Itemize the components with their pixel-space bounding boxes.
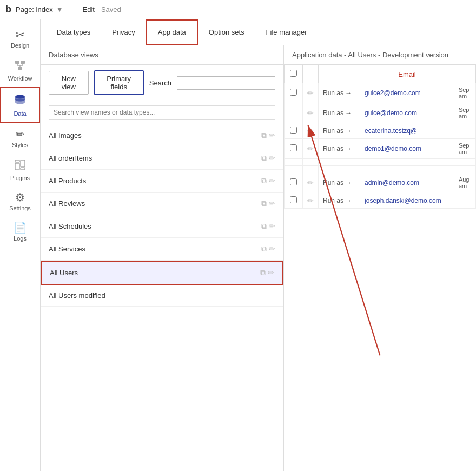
row-edit-icon[interactable]	[303, 166, 319, 173]
main-content: Data types Privacy App data Option sets …	[41, 19, 476, 471]
view-item-name: All Images	[49, 131, 82, 140]
page-dropdown-arrow[interactable]: ▼	[56, 5, 63, 14]
row-date: Augam	[454, 173, 475, 193]
sidebar-item-label-design: Design	[11, 42, 29, 49]
table-row: ✏ Run as → gulce2@demo.com Sepam	[285, 83, 476, 103]
view-item-all-services[interactable]: All Services ⧉ ✏	[41, 238, 283, 261]
header-date	[454, 65, 475, 83]
edit-icon[interactable]: ✏	[269, 244, 275, 254]
view-item-name: All Users	[50, 269, 78, 277]
sidebar-item-label-logs: Logs	[14, 235, 27, 242]
sidebar-item-design[interactable]: ✂ Design	[0, 24, 40, 54]
view-item-all-products[interactable]: All Products ⧉ ✏	[41, 170, 283, 193]
row-run	[319, 159, 360, 166]
row-email: joseph.danski@demo.com	[360, 193, 454, 209]
tab-privacy[interactable]: Privacy	[101, 19, 146, 45]
row-run[interactable]: Run as →	[319, 103, 360, 123]
row-run[interactable]: Run as →	[319, 83, 360, 103]
view-item-all-orderitems[interactable]: All orderItems ⧉ ✏	[41, 147, 283, 170]
row-checkbox[interactable]	[285, 159, 303, 166]
copy-icon[interactable]: ⧉	[260, 268, 266, 277]
sidebar-item-label-settings: Settings	[9, 205, 31, 211]
edit-icon[interactable]: ✏	[269, 199, 275, 208]
edit-icon[interactable]: ✏	[269, 176, 275, 185]
view-item-all-reviews[interactable]: All Reviews ⧉ ✏	[41, 193, 283, 215]
tab-data-types[interactable]: Data types	[46, 19, 101, 45]
edit-icon[interactable]: ✏	[269, 154, 275, 163]
main-search-input[interactable]	[177, 76, 275, 90]
copy-icon[interactable]: ⧉	[261, 176, 267, 185]
row-run[interactable]: Run as →	[319, 193, 360, 209]
edit-icon[interactable]: ✏	[269, 222, 275, 231]
select-all-checkbox[interactable]	[290, 70, 297, 77]
header-edit-cell	[303, 65, 319, 83]
database-views-header: Database views	[41, 45, 283, 65]
workflow-icon	[14, 59, 26, 73]
sidebar: ✂ Design Workflow	[0, 19, 41, 471]
app-logo: b	[5, 4, 11, 15]
table-row: ✏ Run as → admin@demo.com Augam	[285, 173, 476, 193]
primary-fields-button[interactable]: Primary fields	[94, 70, 144, 95]
new-view-button[interactable]: New view	[49, 71, 89, 95]
header-email: Email	[360, 65, 454, 83]
edit-icon[interactable]: ✏	[268, 268, 274, 277]
sidebar-item-label-styles: Styles	[12, 142, 28, 148]
row-run[interactable]: Run as →	[319, 173, 360, 193]
sidebar-item-styles[interactable]: ✏ Styles	[0, 123, 40, 154]
copy-icon[interactable]: ⧉	[261, 131, 267, 140]
row-checkbox[interactable]	[285, 173, 303, 193]
view-item-all-schedules[interactable]: All Schedules ⧉ ✏	[41, 215, 283, 238]
copy-icon[interactable]: ⧉	[261, 222, 267, 231]
row-checkbox[interactable]	[285, 166, 303, 173]
data-icon	[14, 94, 27, 108]
row-edit-icon[interactable]: ✏	[303, 83, 319, 103]
sidebar-item-data[interactable]: Data	[0, 87, 40, 123]
row-checkbox[interactable]	[285, 123, 303, 139]
row-run[interactable]: Run as →	[319, 139, 360, 159]
view-item-icons: ⧉ ✏	[260, 268, 274, 277]
view-item-icons: ⧉ ✏	[261, 131, 275, 140]
row-email: demo1@demo.com	[360, 139, 454, 159]
sidebar-item-logs[interactable]: 📄 Logs	[0, 217, 40, 247]
view-item-icons: ⧉ ✏	[261, 222, 275, 231]
table-row	[285, 159, 476, 166]
styles-icon: ✏	[16, 129, 25, 140]
copy-icon[interactable]: ⧉	[261, 244, 267, 254]
view-item-all-users[interactable]: All Users ⧉ ✏	[41, 261, 283, 285]
row-run[interactable]: Run as →	[319, 123, 360, 139]
row-checkbox[interactable]	[285, 193, 303, 209]
tab-file-manager[interactable]: File manager	[255, 19, 318, 45]
tab-option-sets[interactable]: Option sets	[198, 19, 255, 45]
row-checkbox[interactable]	[285, 83, 303, 103]
table-row: ✏ Run as → joseph.danski@demo.com	[285, 193, 476, 209]
view-item-name: All Services	[49, 245, 85, 253]
sidebar-item-plugins[interactable]: Plugins	[0, 154, 40, 187]
copy-icon[interactable]: ⧉	[261, 199, 267, 208]
sidebar-item-workflow[interactable]: Workflow	[0, 54, 40, 87]
saved-status: Saved	[101, 5, 121, 14]
row-edit-icon[interactable]: ✏	[303, 173, 319, 193]
row-edit-icon[interactable]: ✏	[303, 193, 319, 209]
view-item-all-users-modified[interactable]: All Users modified	[41, 285, 283, 307]
sidebar-item-label-plugins: Plugins	[10, 175, 30, 181]
table-row: ✏ Run as → ecaterina.testzq@	[285, 123, 476, 139]
view-item-name: All Users modified	[49, 291, 105, 300]
view-search-input[interactable]	[49, 105, 275, 120]
edit-button[interactable]: Edit	[83, 5, 95, 14]
edit-icon[interactable]: ✏	[269, 131, 275, 140]
row-date	[454, 123, 475, 139]
row-email: gulce2@demo.com	[360, 83, 454, 103]
row-checkbox[interactable]	[285, 103, 303, 123]
search-label: Search	[149, 79, 171, 87]
row-edit-icon[interactable]: ✏	[303, 103, 319, 123]
copy-icon[interactable]: ⧉	[261, 154, 267, 163]
row-edit-icon[interactable]: ✏	[303, 139, 319, 159]
plugins-icon	[14, 159, 26, 173]
row-edit-icon[interactable]: ✏	[303, 123, 319, 139]
row-edit-icon[interactable]	[303, 159, 319, 166]
tab-app-data[interactable]: App data	[146, 19, 198, 45]
row-checkbox[interactable]	[285, 139, 303, 159]
view-item-all-images[interactable]: All Images ⧉ ✏	[41, 124, 283, 147]
header-checkbox-cell	[285, 65, 303, 83]
sidebar-item-settings[interactable]: ⚙ Settings	[0, 187, 40, 217]
